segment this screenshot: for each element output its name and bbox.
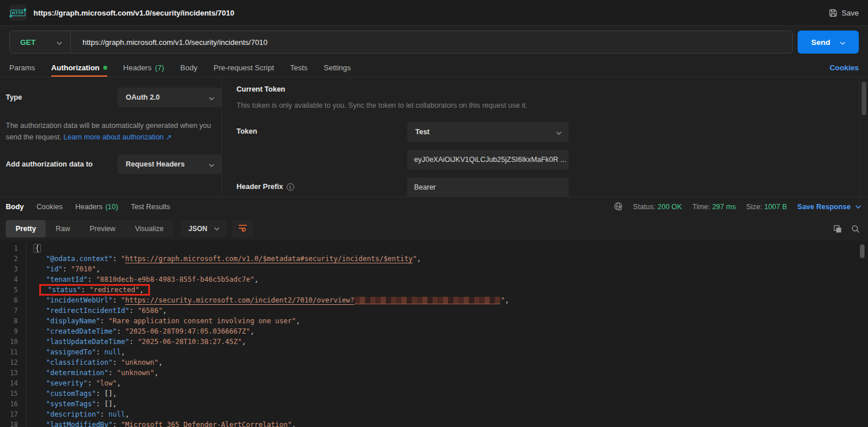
header-prefix-field[interactable]: Bearer (407, 177, 569, 197)
tab-label: Settings (324, 63, 351, 72)
add-authorization-value: Request Headers (126, 160, 185, 168)
response-tab-headers[interactable]: Headers(10) (75, 197, 118, 217)
auth-type-select[interactable]: OAuth 2.0 (118, 88, 221, 107)
token-select[interactable]: Test (407, 122, 569, 142)
json-token: : (100, 410, 108, 418)
json-token: "description" (46, 410, 100, 418)
response-tab-body[interactable]: Body (6, 197, 24, 217)
send-button[interactable]: Send (798, 31, 859, 54)
tab-label: Body (181, 63, 198, 72)
tab-tests[interactable]: Tests (290, 58, 307, 77)
save-button[interactable]: Save (829, 9, 859, 17)
json-token: : (129, 338, 137, 346)
response-viewer-toolbar: PrettyRawPreviewVisualize JSON (0, 218, 868, 240)
info-icon[interactable]: i (287, 183, 294, 191)
annotation-red-box: "status": "redirected", (39, 284, 150, 296)
status-indicator[interactable]: Status: 200 OK (633, 203, 682, 211)
json-token: : (112, 255, 121, 263)
code-line-content: "@odata.context": "https://graph.microso… (27, 254, 421, 264)
code-line-content: "lastModifiedBy": "Microsoft 365 Defende… (27, 420, 296, 427)
json-token: , (163, 307, 167, 315)
fold-brace[interactable]: { (33, 244, 41, 253)
json-token: "@odata.context" (46, 255, 113, 263)
json-link-value[interactable]: https://security.microsoft.com/incident2… (125, 296, 354, 304)
token-label: Token (236, 122, 407, 142)
code-line-content: "id": "7010", (27, 264, 100, 274)
size-indicator[interactable]: Size: 1007 B (746, 203, 787, 211)
json-token: null (104, 348, 121, 356)
json-token: : (81, 286, 89, 294)
code-line: 16 "systemTags": [], (0, 399, 868, 409)
time-value: 297 ms (712, 203, 736, 211)
code-line: 5 "status": "redirected", (0, 285, 868, 295)
json-token: "createdDateTime" (46, 327, 117, 335)
line-number: 4 (0, 274, 27, 285)
cookies-link[interactable]: Cookies (829, 63, 859, 72)
method-label: GET (20, 38, 36, 47)
line-number: 16 (0, 399, 27, 409)
time-label: Time: (692, 203, 710, 211)
auth-add-to-row: Add authorization data to Request Header… (6, 154, 221, 174)
response-tab-test-results[interactable]: Test Results (131, 197, 170, 217)
wrap-text-button[interactable] (232, 220, 253, 237)
response-tab-label: Test Results (131, 203, 170, 211)
time-indicator[interactable]: Time: 297 ms (692, 203, 735, 211)
url-input[interactable]: https://graph.microsoft.com/v1.0/securit… (71, 38, 792, 47)
send-options-chevron-icon[interactable] (840, 37, 846, 47)
view-tab-raw[interactable]: Raw (46, 220, 80, 237)
json-token: : (96, 390, 104, 398)
tab-authorization[interactable]: Authorization (51, 58, 107, 77)
view-tab-pretty[interactable]: Pretty (6, 220, 46, 237)
viewer-toolbar-right (833, 225, 860, 233)
json-token: "redirected" (89, 286, 140, 294)
add-authorization-label: Add authorization data to (6, 160, 118, 168)
json-token: , (250, 327, 254, 335)
tab-settings[interactable]: Settings (324, 58, 351, 77)
json-token: [], (104, 400, 117, 408)
authorization-panel: Type OAuth 2.0 The authorization data wi… (0, 77, 868, 197)
view-tab-preview[interactable]: Preview (80, 220, 125, 237)
response-body-viewer[interactable]: 1{2 "@odata.context": "https://graph.mic… (0, 241, 868, 427)
json-token: "id" (46, 265, 63, 273)
json-token: , (117, 379, 121, 387)
view-mode-tabs: PrettyRawPreviewVisualize (6, 220, 174, 237)
auth-scrollbar-track[interactable] (859, 77, 868, 197)
json-token: "systemTags" (46, 400, 96, 408)
response-scrollbar-thumb[interactable] (860, 244, 865, 258)
view-tab-visualize[interactable]: Visualize (125, 220, 174, 237)
search-icon[interactable] (851, 225, 860, 233)
add-authorization-select[interactable]: Request Headers (118, 154, 221, 174)
tab-body[interactable]: Body (181, 58, 198, 77)
code-line-content: "classification": "unknown", (27, 357, 163, 368)
json-token: "classification" (46, 358, 113, 366)
json-token: "status" (48, 286, 81, 294)
method-select[interactable]: GET (10, 31, 71, 53)
json-token: , (296, 317, 300, 325)
tab-pre-request-script[interactable]: Pre-request Script (213, 58, 274, 77)
token-preview-field[interactable]: eyJ0eXAiOiJKV1QiLCJub25jZSI6IkxMaFk0R ..… (407, 150, 569, 169)
code-line-content: "incidentWebUrl": "https://security.micr… (27, 295, 509, 305)
wrap-text-icon (238, 224, 247, 234)
auth-type-value: OAuth 2.0 (126, 93, 160, 101)
save-response-button[interactable]: Save Response (798, 203, 861, 211)
code-line: 18 "lastModifiedBy": "Microsoft 365 Defe… (0, 420, 868, 427)
response-tab-cookies[interactable]: Cookies (36, 197, 62, 217)
code-line: 6 "incidentWebUrl": "https://security.mi… (0, 295, 868, 305)
line-number: 8 (0, 316, 27, 326)
redacted-blur-block (355, 297, 500, 304)
json-token: , (125, 410, 129, 418)
response-status-cluster: Status: 200 OK Time: 297 ms Size: 1007 B… (614, 202, 861, 213)
current-token-panel: Current Token This token is only availab… (223, 77, 859, 197)
code-line-content: "createdDateTime": "2025-06-28T09:47:05.… (27, 326, 254, 337)
copy-icon[interactable] (833, 225, 842, 233)
globe-lock-icon[interactable] (614, 202, 623, 213)
learn-more-link[interactable]: Learn more about authorization ↗ (63, 133, 172, 141)
json-token: "displayName" (46, 317, 100, 325)
json-token: : (88, 379, 96, 387)
json-token: : (112, 358, 121, 366)
tab-headers[interactable]: Headers(7) (123, 58, 164, 77)
tab-params[interactable]: Params (9, 58, 35, 77)
auth-scrollbar-thumb[interactable] (862, 82, 866, 115)
format-select[interactable]: JSON (181, 220, 227, 237)
json-link-value[interactable]: https://graph.microsoft.com/v1.0/$metada… (125, 255, 413, 263)
